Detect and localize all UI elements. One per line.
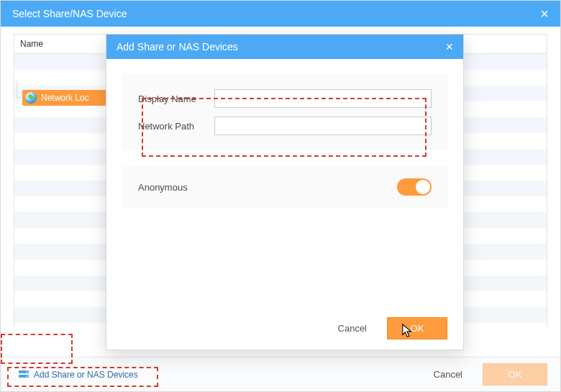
svg-point-3 [27,375,28,377]
main-ok-button[interactable]: OK [483,363,547,386]
add-share-dialog: Add Share or NAS Devices × Display Name … [106,34,464,350]
add-share-link[interactable]: Add Share or NAS Devices [14,367,142,383]
network-path-label: Network Path [138,121,209,132]
globe-icon [25,92,37,104]
display-name-label: Display Name [138,94,209,104]
anonymous-panel: Anonymous [122,165,447,209]
main-cancel-button[interactable]: Cancel [427,365,470,384]
dialog-titlebar: Add Share or NAS Devices × [106,35,463,59]
main-footer: Add Share or NAS Devices Cancel OK [1,357,560,391]
close-icon[interactable]: × [540,6,549,21]
network-path-input[interactable] [214,117,432,135]
anonymous-label: Anonymous [138,182,188,193]
svg-point-2 [27,371,28,373]
dialog-title: Add Share or NAS Devices [117,41,238,53]
network-path-row: Network Path [138,117,432,135]
display-name-row: Display Name [138,89,432,108]
column-header-name-label: Name [20,39,43,49]
nas-icon [18,370,29,380]
main-titlebar: Select Share/NAS Device × [1,1,560,27]
anonymous-toggle[interactable] [397,178,432,196]
main-window: Select Share/NAS Device × Name Network L… [0,0,561,392]
dialog-footer: Cancel OK [106,307,463,350]
footer-right: Cancel OK [427,363,547,386]
dialog-body: Display Name Network Path Anonymous [106,59,463,209]
tree-item-label: Network Loc [41,93,89,103]
dialog-cancel-button[interactable]: Cancel [331,319,374,338]
dialog-ok-button[interactable]: OK [387,317,447,339]
display-name-input[interactable] [214,89,432,108]
form-panel: Display Name Network Path [122,75,447,150]
add-share-link-label: Add Share or NAS Devices [34,370,138,380]
main-title: Select Share/NAS Device [12,8,127,19]
dialog-close-icon[interactable]: × [445,40,453,55]
tree-item-network-location[interactable]: Network Loc [22,90,109,106]
